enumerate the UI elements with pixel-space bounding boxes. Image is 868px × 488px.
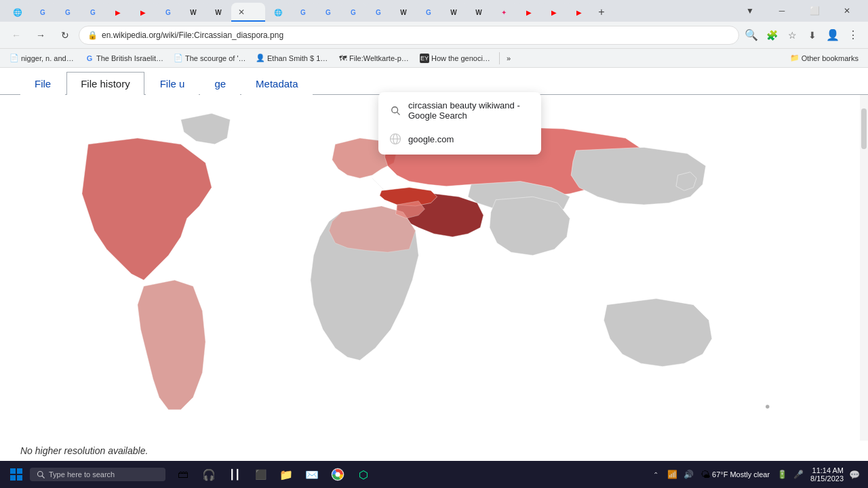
autocomplete-main-1: circassian beauty wikiwand - Google Sear… bbox=[408, 100, 532, 121]
tab-6[interactable]: ▶ bbox=[131, 3, 155, 22]
tab-13[interactable]: G bbox=[316, 3, 340, 22]
weather-icon: 🌤 bbox=[701, 469, 710, 480]
tray-battery-icon[interactable]: 🔋 bbox=[775, 468, 789, 481]
weather-widget[interactable]: 🌤 67°F Mostly clear bbox=[698, 469, 772, 480]
tab-3[interactable]: G bbox=[56, 3, 80, 22]
start-button[interactable] bbox=[5, 464, 27, 485]
no-higher-resolution-text: No higher resolution available. bbox=[20, 445, 148, 456]
scrollbar-thumb[interactable] bbox=[861, 108, 867, 149]
tray-network-icon[interactable]: 📶 bbox=[665, 468, 679, 481]
tray-mic-icon[interactable]: 🎤 bbox=[791, 468, 805, 481]
new-tab-button[interactable]: + bbox=[592, 3, 611, 22]
wiki-tab-page[interactable]: ge bbox=[200, 72, 240, 95]
tab-9[interactable]: W bbox=[206, 3, 231, 22]
taskbar-folder-icon[interactable]: 📁 bbox=[274, 462, 298, 487]
close-button[interactable]: ✕ bbox=[831, 0, 863, 22]
clock[interactable]: 11:14 AM 8/15/2023 bbox=[810, 466, 844, 483]
bookmark-2[interactable]: G The British Israelites... bbox=[81, 52, 168, 64]
more-bookmarks-button[interactable]: » bbox=[502, 53, 515, 64]
downloads-icon[interactable]: ⬇ bbox=[803, 26, 822, 45]
system-tray: ⌃ 📶 🔊 🌤 67°F Mostly clear 🔋 🎤 11:14 AM 8… bbox=[649, 466, 863, 483]
svg-rect-10 bbox=[10, 475, 16, 481]
search-suggestion-icon bbox=[388, 103, 403, 118]
tab-19[interactable]: W bbox=[467, 3, 491, 22]
bookmark-4-label: Ethan Smith $ 1821 bbox=[267, 54, 328, 62]
maximize-button[interactable]: ⬜ bbox=[799, 0, 830, 22]
bookmark-5[interactable]: 🗺 File:Weltkarte-ptole.... bbox=[334, 52, 414, 64]
taskbar-explorer-icon[interactable]: 🗃 bbox=[171, 462, 195, 487]
taskbar-chrome-icon[interactable] bbox=[326, 462, 350, 487]
forward-button[interactable]: → bbox=[30, 24, 52, 46]
menu-icon[interactable]: ⋮ bbox=[844, 26, 863, 45]
lock-icon: 🔒 bbox=[87, 30, 98, 40]
back-button[interactable]: ← bbox=[5, 24, 27, 46]
tab-18[interactable]: W bbox=[441, 3, 466, 22]
tray-volume-icon[interactable]: 🔊 bbox=[682, 468, 695, 481]
clock-date: 8/15/2023 bbox=[810, 474, 844, 483]
bookmark-2-icon: G bbox=[85, 54, 94, 63]
title-bar: 🌐 G G G ▶ ▶ G W W ✕ 🌐 G G G G W G W W ✦ bbox=[0, 0, 868, 22]
taskbar-media-icon[interactable]: ┃┃ bbox=[222, 462, 247, 487]
wiki-tab-file-history[interactable]: File history bbox=[66, 72, 144, 95]
address-bar[interactable]: 🔒 en.wikipedia.org/wiki/File:Circassian_… bbox=[79, 26, 739, 45]
bookmark-6-icon: EY bbox=[420, 54, 429, 63]
tab-12[interactable]: G bbox=[291, 3, 315, 22]
bookmark-3-icon: 📄 bbox=[174, 54, 183, 63]
notification-center-icon[interactable]: 💬 bbox=[846, 466, 863, 483]
other-bookmarks[interactable]: 📁 Other bookmarks bbox=[786, 52, 863, 64]
tab-20[interactable]: ✦ bbox=[492, 3, 516, 22]
autocomplete-text-2: google.com bbox=[408, 134, 454, 144]
autocomplete-item-1[interactable]: circassian beauty wikiwand - Google Sear… bbox=[378, 95, 541, 126]
extensions-icon[interactable]: 🧩 bbox=[762, 26, 781, 45]
tab-17[interactable]: G bbox=[416, 3, 441, 22]
tab-15[interactable]: G bbox=[366, 3, 391, 22]
bookmark-6[interactable]: EY How the genocidal... bbox=[416, 52, 496, 64]
tab-14[interactable]: G bbox=[341, 3, 366, 22]
reload-button[interactable]: ↻ bbox=[54, 24, 76, 46]
minimize-button[interactable]: ─ bbox=[766, 0, 797, 22]
bookmark-6-label: How the genocidal... bbox=[431, 54, 492, 62]
taskbar-headphones-icon[interactable]: 🎧 bbox=[197, 462, 221, 487]
svg-rect-11 bbox=[17, 475, 22, 481]
tab-4[interactable]: G bbox=[81, 3, 105, 22]
autocomplete-text-1: circassian beauty wikiwand - Google Sear… bbox=[408, 100, 532, 121]
autocomplete-item-2[interactable]: google.com bbox=[378, 126, 541, 152]
tray-chevron[interactable]: ⌃ bbox=[649, 468, 663, 481]
bookmark-4-icon: 👤 bbox=[256, 54, 265, 63]
wiki-tab-file[interactable]: File bbox=[20, 72, 65, 95]
taskbar-mail-icon[interactable]: ✉️ bbox=[300, 462, 324, 487]
bookmark-1[interactable]: 📄 nigger, n. and adj. ... bbox=[5, 52, 79, 64]
tab-2[interactable]: G bbox=[31, 3, 55, 22]
taskbar-search-box[interactable]: Type here to search bbox=[30, 468, 165, 481]
profile-icon[interactable]: 👤 bbox=[823, 26, 842, 45]
bookmark-4[interactable]: 👤 Ethan Smith $ 1821 bbox=[252, 52, 332, 64]
taskbar-vs-icon[interactable]: ⬛ bbox=[248, 462, 273, 487]
tab-list-button[interactable]: ▼ bbox=[742, 3, 758, 19]
clock-time: 11:14 AM bbox=[812, 466, 844, 474]
scrollbar[interactable] bbox=[860, 95, 868, 461]
weather-temp: 67°F bbox=[712, 470, 728, 479]
wiki-nav-tabs: File File history File u ge Metadata bbox=[0, 68, 868, 95]
search-icon[interactable]: 🔍 bbox=[742, 26, 761, 45]
tab-8[interactable]: W bbox=[181, 3, 205, 22]
toolbar: ← → ↻ 🔒 en.wikipedia.org/wiki/File:Circa… bbox=[0, 22, 868, 49]
other-bookmarks-label: Other bookmarks bbox=[802, 54, 859, 62]
tab-21[interactable]: ▶ bbox=[517, 3, 541, 22]
tab-7[interactable]: G bbox=[156, 3, 180, 22]
weather-condition: Mostly clear bbox=[730, 470, 770, 479]
wiki-tab-metadata[interactable]: Metadata bbox=[241, 72, 313, 95]
svg-line-13 bbox=[42, 476, 44, 478]
tab-11[interactable]: 🌐 bbox=[266, 3, 290, 22]
tab-16[interactable]: W bbox=[391, 3, 416, 22]
bookmark-3[interactable]: 📄 The scourge of 'mel... bbox=[170, 52, 250, 64]
tab-5[interactable]: ▶ bbox=[106, 3, 130, 22]
taskbar-app-icon[interactable]: ⬡ bbox=[351, 462, 376, 487]
tab-1[interactable]: 🌐 bbox=[5, 3, 30, 22]
wiki-tab-file-usage[interactable]: File u bbox=[146, 72, 199, 95]
svg-point-15 bbox=[336, 472, 340, 477]
bookmark-star-icon[interactable]: ☆ bbox=[783, 26, 802, 45]
tab-active[interactable]: ✕ bbox=[231, 3, 265, 22]
tab-23[interactable]: ▶ bbox=[567, 3, 591, 22]
tab-22[interactable]: ▶ bbox=[542, 3, 566, 22]
bookmark-5-label: File:Weltkarte-ptole.... bbox=[349, 54, 410, 62]
